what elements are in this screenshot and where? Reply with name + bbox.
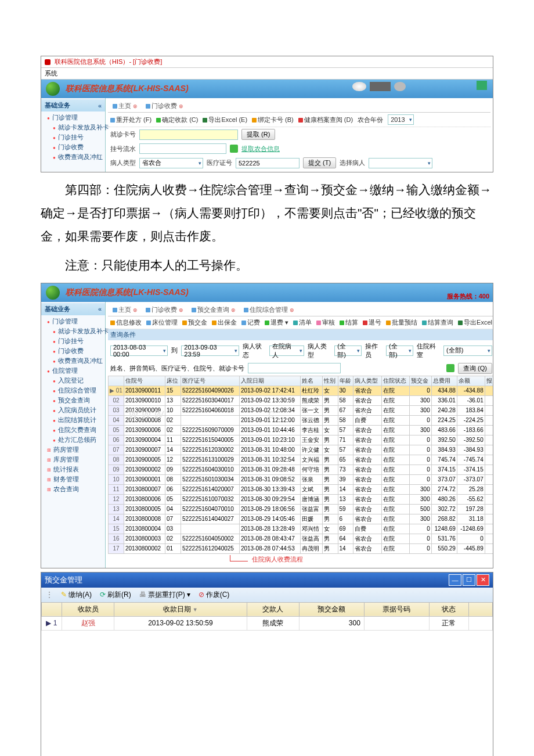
tab-mz[interactable]: 门诊收费 ⊗ — [143, 305, 186, 315]
reopen-rx-button[interactable]: 重开处方 (F) — [110, 116, 151, 124]
tab-fee[interactable]: 门诊收费 ⊗ — [143, 101, 186, 111]
menu-system[interactable]: 系统 — [45, 70, 57, 77]
lookup-icon[interactable] — [230, 145, 238, 153]
tree-item[interactable]: 门诊收费 — [45, 346, 105, 356]
audit-button[interactable]: 审核 — [316, 318, 335, 327]
refund-button[interactable]: 退费 ▾ — [265, 318, 288, 327]
col-ticket[interactable]: 票据号码 — [364, 602, 429, 616]
farm-link[interactable]: 提取农合信息 — [241, 145, 280, 153]
ptype-select[interactable]: (全部) — [334, 345, 362, 356]
tree-item[interactable]: 收费查询及冲红 — [45, 356, 105, 366]
pay-button[interactable]: ✎缴纳(A) — [61, 590, 92, 600]
col-payer[interactable]: 交款人 — [247, 602, 299, 616]
bed-button[interactable]: 床位管理 — [146, 318, 178, 327]
year-select[interactable]: 2013 — [388, 114, 413, 125]
guarantee-button[interactable]: 出保金 — [212, 318, 237, 327]
deposit-grid[interactable]: 收款员 收款日期 交款人 预交金额 票据号码 状态 ▶ 1 赵强 2013-09… — [41, 602, 493, 631]
tree-item[interactable]: 预交金查询 — [45, 395, 105, 405]
date-to[interactable]: 2013-09-03 23:59 — [181, 345, 239, 356]
tree-inpatient[interactable]: 住院管理 — [45, 366, 105, 376]
minimize-button[interactable]: — — [449, 574, 461, 586]
table-row[interactable]: 03201309000091052222516040600182013-09-0… — [109, 405, 494, 415]
close-button[interactable]: ✕ — [477, 574, 489, 586]
health-file-button[interactable]: 健康档案查阅 (D) — [298, 116, 353, 124]
col-header[interactable]: 总费用 — [431, 376, 457, 386]
tree-card[interactable]: 就诊卡发放及补卡 — [45, 123, 105, 132]
tree-item[interactable]: 门诊挂号 — [45, 336, 105, 346]
tree-register[interactable]: 门诊挂号 — [45, 132, 105, 142]
table-row[interactable]: 05201309000060252222516090700092013-09-0… — [109, 425, 494, 435]
col-header[interactable]: 报 — [485, 376, 493, 386]
menubar[interactable]: 系统 — [41, 67, 493, 80]
tree-item[interactable]: 住院欠费查询 — [45, 425, 105, 435]
sidebar-heading[interactable]: 基础业务« — [41, 303, 105, 315]
export-excel-button[interactable]: 导出Excel (E) — [203, 116, 247, 124]
table-row[interactable]: ▶ 1 赵强 2013-09-02 13:50:59 熊成荣 300 正常 — [42, 616, 493, 630]
table-row[interactable]: 06201309000041152222516150400052013-09-0… — [109, 435, 494, 445]
col-header[interactable]: 住院状态 — [381, 376, 409, 386]
date-from[interactable]: 2013-08-03 00:00 — [110, 345, 168, 356]
status-select[interactable]: 在院病人 — [269, 345, 304, 356]
tree-outpatient[interactable]: 门诊管理 — [45, 113, 105, 123]
tree-farm[interactable]: 农合查询 — [45, 484, 105, 494]
tab-home[interactable]: 主页 ⊗ — [110, 305, 140, 315]
get-button[interactable]: 提取 (R) — [241, 129, 275, 140]
batch-button[interactable]: 批量预结 — [386, 318, 417, 327]
op-select[interactable]: (全部) — [386, 345, 413, 356]
settle-button[interactable]: 结算 — [340, 318, 358, 327]
bind-card-button[interactable]: 绑定卡号 (B) — [252, 116, 294, 124]
close-icon[interactable]: ⊗ — [133, 103, 138, 109]
deposit-button[interactable]: 预交金 — [182, 318, 207, 327]
tree-item[interactable]: 就诊卡发放及补卡 — [45, 326, 105, 336]
col-header[interactable]: 医疗证号 — [181, 376, 239, 386]
col-amount[interactable]: 预交金额 — [299, 602, 364, 616]
tree-item[interactable]: 入院登记 — [45, 376, 105, 386]
table-row[interactable]: 16201308000030252222516040500022013-08-2… — [109, 534, 494, 543]
tree-finance[interactable]: 财务管理 — [45, 474, 105, 484]
table-row[interactable]: 08201309000051252222516131000292013-08-3… — [109, 455, 494, 465]
tree-fee[interactable]: 门诊收费 — [45, 142, 105, 152]
refresh-button[interactable]: ⟳刷新(R) — [100, 590, 131, 600]
submit-button[interactable]: 提交 (T) — [303, 157, 336, 168]
patient-select[interactable] — [369, 158, 432, 168]
collapse-icon[interactable]: « — [98, 102, 102, 109]
recal-button[interactable]: 结算查询 — [422, 318, 453, 327]
table-row[interactable]: 0420130900008022013-09-01 12:12:00张云德男58… — [109, 415, 494, 425]
col-header[interactable]: 床位 — [165, 376, 181, 386]
table-row[interactable]: 09201309000020952222516040300102013-08-3… — [109, 465, 494, 474]
table-row[interactable]: 17201308000020152222516120400252013-08-2… — [109, 543, 494, 553]
table-row[interactable]: 02201309000101352222516030400172013-09-0… — [109, 395, 494, 405]
query-button[interactable]: 查询 (Q) — [458, 363, 492, 374]
table-row[interactable]: 07201309000071452222516120300022013-08-3… — [109, 445, 494, 455]
col-header[interactable]: 病人类型 — [353, 376, 381, 386]
serial-input[interactable] — [139, 143, 226, 154]
ptype-select[interactable]: 省农合 — [139, 158, 203, 168]
search-input[interactable] — [248, 363, 341, 373]
maximize-button[interactable]: ☐ — [463, 574, 475, 586]
list-button[interactable]: 清单 — [293, 318, 312, 327]
col-header[interactable] — [109, 376, 124, 386]
col-header[interactable]: 预交金 — [410, 376, 432, 386]
col-cashier[interactable]: 收款员 — [62, 602, 114, 616]
tab-zh[interactable]: 住院综合管理 ⊗ — [241, 305, 297, 315]
table-row[interactable]: 10201309000010852222516010300342013-08-3… — [109, 474, 494, 484]
col-header[interactable]: 入院日期 — [239, 376, 300, 386]
patient-grid[interactable]: 住院号床位医疗证号入院日期姓名性别年龄病人类型住院状态预交金总费用余额报 ▶ 0… — [108, 376, 493, 554]
tree-item[interactable]: 住院综合管理 — [45, 386, 105, 395]
tree-item[interactable]: 处方汇总领药 — [45, 435, 105, 445]
tab-yj[interactable]: 预交金查询 ⊗ — [189, 305, 238, 315]
tree-report[interactable]: 统计报表 — [45, 465, 105, 474]
tree-store[interactable]: 库房管理 — [45, 455, 105, 465]
tab-home[interactable]: 主页 ⊗ — [110, 101, 140, 111]
close-icon[interactable]: ⊗ — [179, 103, 183, 109]
table-row[interactable]: 12201308000060552222516100700322013-08-3… — [109, 494, 494, 504]
edit-button[interactable]: 信息修改 — [110, 318, 142, 327]
tree-item[interactable]: 入院病员统计 — [45, 405, 105, 415]
tree-pharmacy[interactable]: 药房管理 — [45, 445, 105, 455]
tree-query[interactable]: 收费查询及冲红 — [45, 152, 105, 162]
table-row[interactable]: 11201308000070652222516140200072013-08-3… — [109, 484, 494, 494]
confirm-pay-button[interactable]: 确定收款 (C) — [156, 116, 198, 124]
tree-item[interactable]: 出院结算统计 — [45, 415, 105, 425]
reprint-button[interactable]: 🖶票据重打(P) ▾ — [139, 590, 190, 600]
table-row[interactable]: 13201308000050452222516040700102013-08-2… — [109, 504, 494, 514]
